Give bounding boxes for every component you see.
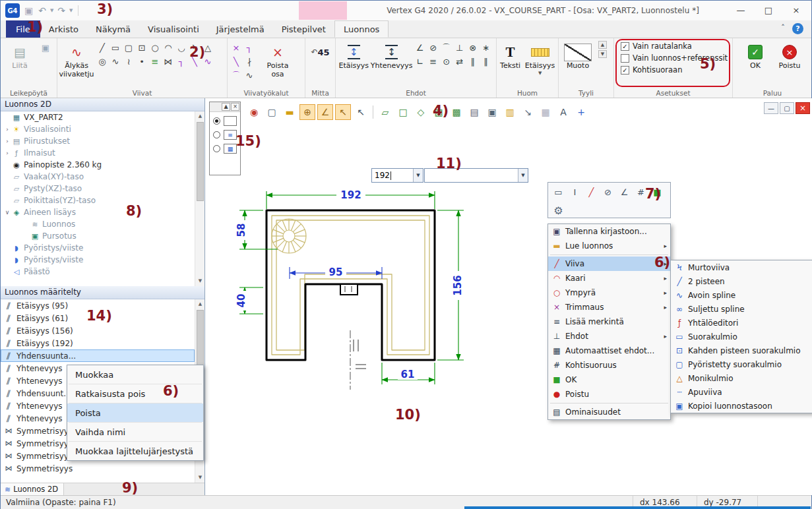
notes-icon[interactable]: ▤ <box>466 104 482 120</box>
line-icon[interactable]: ╱ <box>96 41 109 55</box>
point-icon[interactable]: • <box>135 55 148 69</box>
ribbon-collapse-icon[interactable]: ˆ <box>781 24 785 33</box>
grid-icon[interactable]: ▦ <box>538 104 553 120</box>
coincident-constraint-button[interactable]: ↕ Yhtenevyys <box>372 41 412 71</box>
undo-dropdown-icon[interactable]: ▼ <box>50 8 53 13</box>
tab-nakyma[interactable]: Näkymä <box>87 20 139 38</box>
view-iso-icon[interactable]: ◇ <box>413 104 429 120</box>
constraint-item[interactable]: ∥Yhdensuunta... <box>1 349 195 362</box>
expand-arrow-icon[interactable]: › <box>3 126 11 133</box>
distance-constraint-button[interactable]: ↕ Etäisyys <box>338 41 370 71</box>
line-submenu-item[interactable]: ▢Pyöristetty suorakulmio <box>671 357 812 371</box>
sketch-menu-item[interactable]: ⊥Ehdot▸ <box>548 329 670 344</box>
tangent-constraint-icon[interactable]: ⊗ <box>466 41 480 55</box>
tab-file[interactable]: File <box>6 20 40 38</box>
expand-arrow-icon[interactable]: › <box>3 150 11 156</box>
pin-icon[interactable]: ◉ <box>246 104 262 120</box>
tree-item[interactable]: ›▤Piirustukset <box>1 135 195 147</box>
sketch-menu-item[interactable]: ▤Ominaisuudet <box>548 405 670 419</box>
style-up-icon[interactable]: ▲ <box>598 41 607 49</box>
doc-close-button[interactable]: × <box>796 102 810 114</box>
grid-tool-icon[interactable]: # <box>633 185 648 199</box>
rounded-rect-icon[interactable]: ▢ <box>122 41 135 55</box>
view-option-plain[interactable] <box>210 112 240 126</box>
close-button[interactable]: × <box>782 1 810 20</box>
spline-icon[interactable]: ∿ <box>109 55 122 69</box>
break-icon[interactable]: ∤ <box>243 55 256 69</box>
chamfer-icon[interactable]: ╲ <box>188 55 201 69</box>
vertical-constraint-icon[interactable]: ∥ <box>466 55 480 69</box>
scroll-up-icon[interactable]: ▲ <box>195 299 205 309</box>
constraint-item[interactable]: ∥Etäisyys (95) <box>1 299 195 312</box>
view-plane-icon[interactable]: ▩ <box>449 104 464 120</box>
line-submenu-item[interactable]: △Monikulmio <box>671 371 812 385</box>
view-option-grid[interactable]: ▦ <box>210 140 240 154</box>
zoom-window-icon[interactable]: ▢ <box>264 104 280 120</box>
ok-button[interactable]: ✓ OK <box>741 41 769 71</box>
arc-length-icon[interactable]: ⌒ <box>440 41 453 55</box>
dimension-text-right[interactable]: 156 <box>452 275 464 295</box>
rect-icon[interactable]: ▭ <box>109 41 122 55</box>
scroll-down-icon[interactable]: ▼ <box>195 276 205 286</box>
tree-item[interactable]: ▦VX_PART2 <box>1 111 195 123</box>
line-submenu-item[interactable]: ∞Suljettu spline <box>671 302 812 316</box>
settings-checkbox[interactable]: ✓Vain rautalanka <box>621 42 726 51</box>
print-icon[interactable]: ▥ <box>502 104 518 120</box>
copy-icon[interactable]: ▣ <box>39 41 52 55</box>
line-submenu-item[interactable]: ╱2 pisteen <box>671 274 812 288</box>
squiggle-icon[interactable]: ∿ <box>243 69 256 82</box>
app-logo[interactable]: G4 <box>5 3 20 18</box>
drawing-canvas[interactable]: 192 58 40 95 156 <box>205 98 812 495</box>
sketch-menu-item[interactable]: ×Trimmaus▸ <box>548 300 670 314</box>
freehand-icon[interactable]: ∿ <box>201 55 214 69</box>
hatch-icon[interactable]: ≡ <box>148 55 162 69</box>
dim-tool-icon[interactable]: I <box>567 185 582 199</box>
gear-icon[interactable]: ⚙ <box>551 203 566 218</box>
sketch-menu-item[interactable]: ◠Kaari▸ <box>548 271 670 285</box>
ellipse-icon[interactable]: ◎ <box>96 55 109 69</box>
tree-item[interactable]: ◗Pyöristys/viiste <box>1 254 195 266</box>
arc-icon[interactable]: ◠ <box>162 41 175 55</box>
dimension-text-left-upper[interactable]: 58 <box>235 224 247 237</box>
line-submenu-item[interactable]: ϞMurtoviiva <box>671 260 812 274</box>
sketch-menu-item[interactable]: ●Poistu <box>548 387 670 402</box>
expand-arrow-icon[interactable]: ∨ <box>3 209 11 216</box>
expand-arrow-icon[interactable]: › <box>3 138 11 144</box>
minimize-button[interactable]: — <box>727 1 755 20</box>
maximize-button[interactable]: □ <box>755 1 782 20</box>
sketch-menu-item[interactable]: ○Ympyrä▸ <box>548 285 670 300</box>
constraint-item[interactable]: ∥Etäisyys (192) <box>1 337 195 349</box>
tab-jarjestelma[interactable]: Järjestelmä <box>208 20 273 38</box>
combo-dropdown-icon[interactable]: ▼ <box>518 169 528 182</box>
dimension-text-inner[interactable]: 95 <box>329 266 343 278</box>
doc-minimize-button[interactable]: — <box>764 102 778 114</box>
context-menu-item[interactable]: Vaihda nimi <box>67 423 203 441</box>
undo-icon[interactable]: ↶ <box>37 5 47 16</box>
shape-style-button[interactable]: Muoto <box>561 41 595 71</box>
diameter-tool-icon[interactable]: ⊘ <box>600 185 615 199</box>
dimension-text-top[interactable]: 192 <box>340 189 361 201</box>
measure-button[interactable]: ↶45 <box>307 41 333 62</box>
pan-icon[interactable]: + <box>573 104 589 120</box>
line-tool-icon[interactable]: ╱ <box>584 185 599 199</box>
sketch-menu-item[interactable]: ▬Lue luonnos▸ <box>548 239 670 253</box>
rect-tool-icon[interactable]: ▭ <box>551 185 566 199</box>
ruler-icon[interactable]: ▬ <box>282 104 297 120</box>
panel-close-icon[interactable]: × <box>231 103 239 111</box>
arc-3point-icon[interactable]: ◡ <box>175 41 188 55</box>
corner-trim-icon[interactable]: ┐ <box>243 41 256 55</box>
view-option-dimensions[interactable]: ≡ <box>210 126 240 140</box>
tree-item[interactable]: ▱Vaaka(XY)-taso <box>1 171 195 183</box>
line-submenu-item[interactable]: ┄Apuviiva <box>671 385 812 399</box>
tab-pistepilvet[interactable]: Pistepilvet <box>273 20 334 38</box>
center-rect-icon[interactable]: ⊡ <box>135 41 148 55</box>
snap-line-icon[interactable]: ∠ <box>317 104 333 120</box>
tree-item[interactable]: ›ƒIlmaisut <box>1 147 195 159</box>
redo-icon[interactable]: ↷ <box>56 5 67 16</box>
constraint-item[interactable]: ⋈Symmetrisyys <box>1 462 195 475</box>
snap-free-icon[interactable]: ⊕ <box>299 104 315 120</box>
tree-scrollbar[interactable]: ▲ ▼ <box>195 111 205 286</box>
scrollbar-thumb[interactable] <box>197 122 204 201</box>
constraint-item[interactable]: ∥Etäisyys (61) <box>1 312 195 324</box>
mirror-icon[interactable]: ⋈ <box>162 55 175 69</box>
